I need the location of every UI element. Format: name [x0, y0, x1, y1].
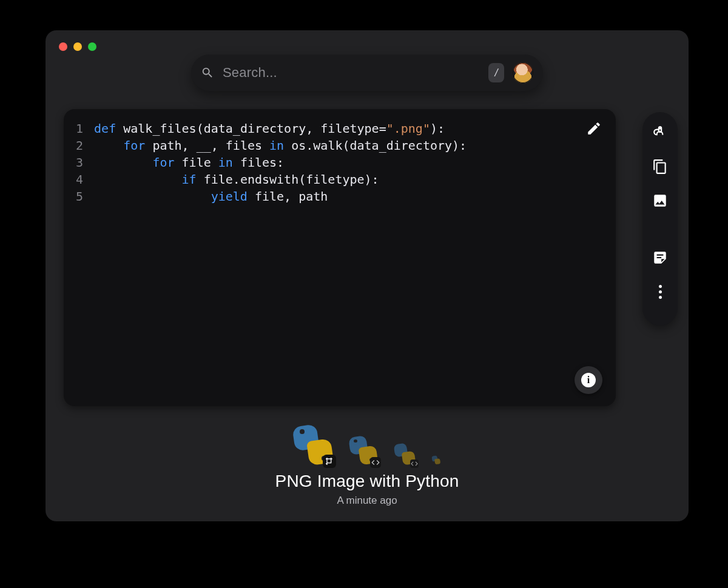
line-number-gutter: 12345: [76, 120, 94, 205]
snippet-title: PNG Image with Python: [275, 472, 459, 491]
window-controls: [59, 42, 96, 51]
svg-point-0: [658, 126, 661, 129]
close-window-button[interactable]: [59, 42, 67, 51]
minimize-window-button[interactable]: [73, 42, 82, 51]
thumbnail-2[interactable]: [349, 436, 377, 464]
edit-button[interactable]: [585, 120, 602, 137]
user-avatar[interactable]: [513, 62, 533, 83]
snippet-caption: PNG Image with Python A minute ago: [275, 472, 459, 507]
code-badge-icon: [370, 457, 381, 468]
note-button[interactable]: [650, 248, 670, 267]
copy-button[interactable]: [650, 157, 670, 176]
action-rail: [642, 112, 678, 326]
info-icon: i: [581, 373, 596, 387]
more-icon: [659, 285, 662, 299]
search-input[interactable]: [223, 65, 480, 81]
search-icon: [201, 66, 214, 79]
crop-badge-icon: [323, 455, 336, 468]
code-panel: 12345 def walk_files(data_directory, fil…: [64, 109, 616, 406]
slash-shortcut-hint: /: [488, 63, 504, 82]
zoom-window-button[interactable]: [88, 42, 96, 51]
info-button[interactable]: i: [575, 366, 602, 394]
image-button[interactable]: [650, 191, 670, 210]
code-content[interactable]: def walk_files(data_directory, filetype=…: [94, 120, 467, 205]
thumbnail-4[interactable]: [432, 456, 440, 464]
search-bar[interactable]: /: [191, 55, 543, 91]
thumbnail-3[interactable]: [394, 444, 415, 464]
thumbnail-strip: [294, 426, 440, 464]
snippet-timestamp: A minute ago: [275, 495, 459, 507]
app-window: / 12345 def walk_files(data_directory, f…: [46, 30, 689, 521]
code-badge-icon: [410, 459, 419, 468]
thumbnail-1[interactable]: [294, 426, 332, 464]
share-button[interactable]: [650, 123, 670, 142]
more-button[interactable]: [650, 282, 670, 301]
